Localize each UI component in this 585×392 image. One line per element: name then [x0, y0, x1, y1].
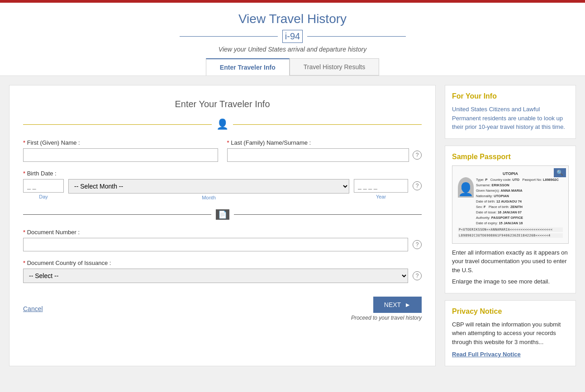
last-name-group: * Last (Family) Name/Surname : ? [227, 139, 422, 162]
doc-num-required: * [23, 229, 25, 236]
day-label: Day [23, 194, 64, 199]
birth-day-input[interactable] [23, 179, 64, 193]
i94-icon: i-94 [282, 30, 303, 43]
birth-month-select[interactable]: -- Select Month --JanuaryFebruaryMarchAp… [68, 179, 349, 194]
passport-authority: Authority: PASSPORT OFFICE [476, 215, 563, 221]
id-icon: 📄 [216, 209, 229, 220]
zoom-icon[interactable]: 🔍 [554, 168, 566, 177]
sidebar: For Your Info United States Citizens and… [445, 85, 576, 366]
last-name-input[interactable] [227, 148, 409, 162]
passport-mrz1: P<UTOERIKSSON<<ANNAMARIA<<<<<<<<<<<<<<<<… [458, 227, 563, 232]
passport-enlarge-text: Enlarge the image to see more detail. [452, 277, 569, 286]
privacy-notice-text: CBP will retain the information you subm… [452, 320, 569, 347]
month-group: -- Select Month --JanuaryFebruaryMarchAp… [68, 179, 349, 200]
passport-fields: Type: P Country code: UTO Passport No: L… [476, 177, 563, 226]
first-name-group: * First (Given) Name : [23, 139, 218, 162]
passport-nationality: Nationality: UTOPIAN [476, 194, 563, 199]
tabs: Enter Traveler Info Travel History Resul… [0, 58, 585, 76]
day-group: Day [23, 179, 64, 199]
last-name-help-icon[interactable]: ? [413, 151, 422, 160]
birth-date-required: * [23, 170, 25, 177]
page-title: View Travel History [0, 12, 585, 26]
person-divider-line-left [23, 124, 212, 125]
sample-passport-title: Sample Passport [452, 153, 569, 161]
name-row: * First (Given) Name : * Last (Family) N… [23, 139, 422, 162]
passport-dob: Date of birth: 12 AUG/AOU 74 [476, 199, 563, 204]
passport-silhouette-icon: 👤 [458, 182, 474, 197]
passport-photo: 👤 [458, 177, 474, 198]
document-country-group: * Document Country of Issuance : -- Sele… [23, 260, 422, 283]
privacy-notice-card: Privacy Notice CBP will retain the infor… [445, 300, 576, 366]
tab-travel-history-results[interactable]: Travel History Results [290, 58, 379, 76]
person-icon: 👤 [216, 118, 228, 130]
passport-expiry: Date of expiry: 15 JAN/JAN 16 [476, 221, 563, 226]
divider-line-right [307, 36, 405, 37]
for-your-info-text: United States Citizens and Lawful Perman… [452, 105, 569, 132]
passport-description: Enter all information exactly as it appe… [452, 248, 569, 275]
birth-help-icon[interactable]: ? [413, 181, 422, 190]
first-name-input[interactable] [23, 148, 218, 162]
for-your-info-link-text: United States Citizens and Lawful Perman… [452, 106, 565, 130]
birth-year-input[interactable] [354, 179, 408, 193]
form-section: Enter Your Traveler Info 👤 * First (Give… [9, 85, 436, 366]
proceed-text: Proceed to your travel history [351, 315, 422, 321]
first-name-required: * [23, 139, 25, 146]
header-divider: i-94 [180, 30, 406, 43]
header-subtitle: View your United States arrival and depa… [0, 46, 585, 53]
passport-surname: Surname: ERIKSSON [476, 183, 563, 188]
document-number-group: * Document Number : ? [23, 229, 422, 251]
passport-issue: Date of issue: 16 JAN/JAN 07 [476, 210, 563, 215]
birth-inputs-row: Day -- Select Month --JanuaryFebruaryMar… [23, 179, 422, 200]
passport-main-row: 👤 Type: P Country code: UTO Passport No:… [458, 177, 563, 226]
passport-image: 🔍 UTOPIA 👤 Type: P Country code: UTO Pas… [452, 165, 569, 244]
passport-country-title: UTOPIA [458, 171, 563, 176]
document-number-label: * Document Number : [23, 229, 422, 236]
person-divider: 👤 [23, 118, 422, 130]
doc-country-required: * [23, 260, 25, 266]
document-country-select[interactable]: -- Select --United StatesUnited KingdomC… [23, 269, 408, 283]
main-layout: Enter Your Traveler Info 👤 * First (Give… [0, 76, 585, 375]
month-label: Month [68, 195, 349, 200]
for-your-info-title: For Your Info [452, 92, 569, 100]
document-number-input[interactable] [23, 238, 408, 251]
id-divider: 📄 [23, 209, 422, 220]
divider-line-left [180, 36, 278, 37]
privacy-notice-title: Privacy Notice [452, 307, 569, 316]
doc-number-input-row: ? [23, 238, 422, 251]
person-divider-line-right [233, 124, 422, 125]
form-title: Enter Your Traveler Info [23, 99, 422, 109]
last-name-label: * Last (Family) Name/Surname : [227, 139, 422, 146]
doc-country-help-icon[interactable]: ? [413, 271, 422, 280]
passport-content: UTOPIA 👤 Type: P Country code: UTO Passp… [456, 170, 565, 240]
year-group: Year [354, 179, 408, 199]
doc-number-help-icon[interactable]: ? [413, 240, 422, 249]
passport-given-names: Given Name(s): ANNA MARIA [476, 188, 563, 194]
id-divider-line-right [234, 214, 422, 215]
year-label: Year [354, 194, 408, 199]
birth-date-group: * Birth Date : Day -- Select Month --Jan… [23, 170, 422, 200]
next-area: NEXT ► Proceed to your travel history [351, 297, 422, 321]
privacy-notice-link[interactable]: Read Full Privacy Notice [452, 351, 521, 358]
passport-type: Type: P Country code: UTO Passport No: L… [476, 177, 563, 183]
birth-date-label: * Birth Date : [23, 170, 422, 177]
country-input-row: -- Select --United StatesUnited KingdomC… [23, 269, 422, 283]
first-name-label: * First (Given) Name : [23, 139, 218, 146]
for-your-info-card: For Your Info United States Citizens and… [445, 85, 576, 139]
last-name-required: * [227, 139, 229, 146]
sample-passport-card: Sample Passport 🔍 UTOPIA 👤 Type: P Count… [445, 146, 576, 293]
document-country-label: * Document Country of Issuance : [23, 260, 422, 266]
cancel-button[interactable]: Cancel [23, 305, 43, 312]
passport-mrz2: L898902C3UTO6908061F9406236ZE184226B<<<<… [458, 233, 563, 238]
page-header: View Travel History i-94 View your Unite… [0, 3, 585, 76]
next-arrow-icon: ► [404, 301, 411, 308]
passport-photo-col: 👤 [458, 177, 474, 226]
passport-sex: Sex: F Place of birth: ZENITH [476, 204, 563, 210]
tab-enter-traveler-info[interactable]: Enter Traveler Info [206, 58, 290, 76]
id-divider-line-left [23, 214, 211, 215]
next-button[interactable]: NEXT ► [373, 297, 422, 313]
form-actions: Cancel NEXT ► Proceed to your travel his… [23, 297, 422, 321]
